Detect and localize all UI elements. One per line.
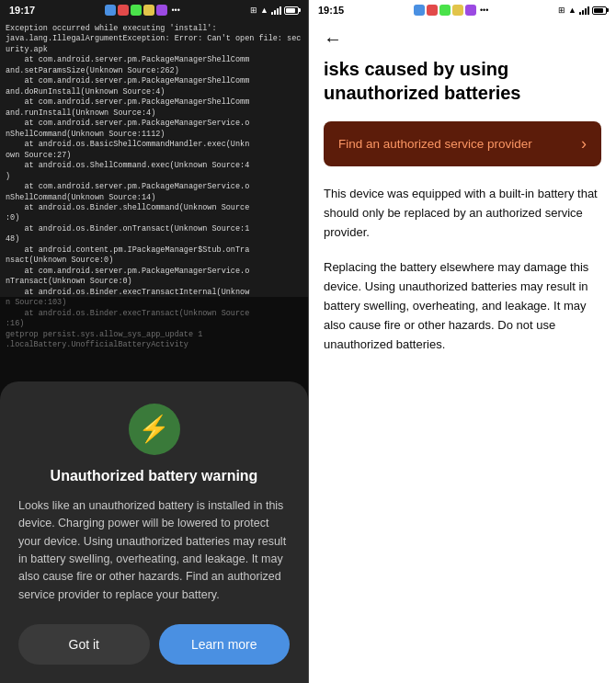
battery-modal: ⚡ Unauthorized battery warning Looks lik… — [0, 381, 308, 683]
more-dots-right: ••• — [480, 6, 488, 15]
more-dots: ••• — [171, 6, 179, 15]
back-button[interactable]: ← — [324, 29, 342, 48]
right-panel: 19:15 ••• ⊞ ▲ ← — [309, 0, 616, 683]
authorized-service-banner[interactable]: Find an authorized service provider › — [324, 121, 601, 166]
modal-title: Unauthorized battery warning — [18, 468, 290, 484]
modal-buttons: Got it Learn more — [18, 624, 290, 665]
app-icon-r2 — [427, 5, 438, 16]
authorized-service-text: Find an authorized service provider — [338, 137, 532, 151]
right-status-icons-left: ⊞ ▲ — [250, 6, 299, 15]
time-left: 19:17 — [9, 5, 35, 16]
page-title: isks caused by using unauthorized batter… — [324, 57, 601, 105]
learn-more-button[interactable]: Learn more — [159, 624, 291, 665]
app-icon-4 — [143, 5, 154, 16]
modal-body: Looks like an unauthorized battery is in… — [18, 497, 290, 604]
battery-modal-overlay: ⚡ Unauthorized battery warning Looks lik… — [0, 297, 308, 683]
app-icon-r1 — [414, 5, 425, 16]
signal-icon-left — [271, 6, 281, 15]
right-content: ← isks caused by using unauthorized batt… — [309, 20, 616, 683]
app-icon-r4 — [452, 5, 463, 16]
info-section-1: This device was equipped with a built-in… — [324, 185, 601, 242]
battery-shield-icon: ⚡ — [129, 404, 180, 455]
left-panel: 19:17 ••• ⊞ ▲ Exception occurre — [0, 0, 308, 683]
app-icon-r3 — [439, 5, 451, 16]
app-icon-2 — [118, 5, 129, 16]
got-it-button[interactable]: Got it — [18, 624, 150, 665]
right-status-icons: ⊞ ▲ — [558, 6, 607, 15]
status-bar-left: 19:17 ••• ⊞ ▲ — [0, 0, 308, 20]
lightning-icon: ⚡ — [138, 414, 170, 444]
app-icon-5 — [156, 5, 167, 16]
info-section-2: Replacing the battery elsewhere may dama… — [324, 258, 601, 354]
app-icons-right: ••• — [414, 5, 488, 16]
signal-icon-right — [579, 6, 589, 15]
battery-icon-left — [284, 6, 299, 15]
info-text-2: Replacing the battery elsewhere may dama… — [324, 258, 601, 354]
bluetooth-icon-right: ⊞ — [558, 6, 565, 15]
authorized-arrow-icon: › — [581, 134, 587, 154]
wifi-icon-left: ▲ — [260, 6, 268, 15]
info-text-1: This device was equipped with a built-in… — [324, 185, 601, 242]
app-icons-left: ••• — [105, 5, 179, 16]
time-right: 19:15 — [318, 5, 344, 16]
battery-icon-container: ⚡ — [18, 404, 290, 455]
bluetooth-icon-left: ⊞ — [250, 6, 257, 15]
back-arrow-icon: ← — [324, 29, 342, 48]
app-icon-3 — [131, 5, 142, 16]
battery-icon-right — [592, 6, 607, 15]
status-bar-right: 19:15 ••• ⊞ ▲ — [309, 0, 616, 20]
wifi-icon-right: ▲ — [568, 6, 576, 15]
app-icon-1 — [105, 5, 116, 16]
app-icon-r5 — [465, 5, 476, 16]
